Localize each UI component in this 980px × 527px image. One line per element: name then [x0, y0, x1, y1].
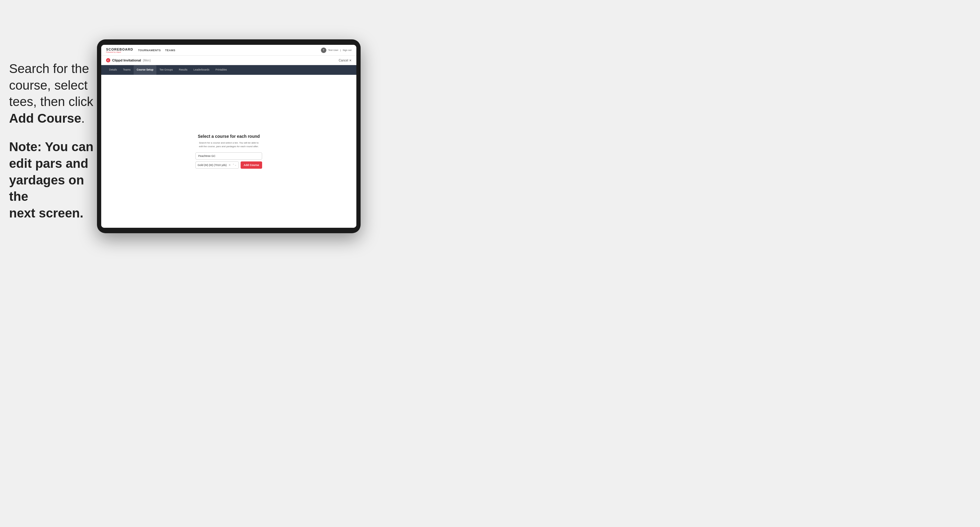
cancel-button[interactable]: Cancel ✕ [339, 59, 352, 62]
main-content: Select a course for each round Search fo… [101, 75, 356, 228]
clippd-icon: C [106, 58, 110, 62]
pipe: | [340, 49, 341, 51]
tee-arrows-icon: ⌃⌄ [232, 163, 237, 166]
logo-area: SCOREBOARD Powered by clippd [106, 48, 133, 53]
add-course-button[interactable]: Add Course [240, 162, 262, 169]
tab-teams[interactable]: Teams [120, 65, 134, 75]
nav-right: T Test User | Sign out [321, 48, 352, 53]
top-nav: SCOREBOARD Powered by clippd TOURNAMENTS… [101, 45, 356, 56]
course-search-input[interactable] [196, 152, 262, 160]
tee-value: Gold (M) (M) (7010 yds) [197, 163, 227, 167]
tournament-title-row: C Clippd Invitational (Men) [106, 58, 151, 62]
nav-teams[interactable]: TEAMS [165, 48, 175, 53]
user-avatar: T [321, 48, 326, 53]
annotation-text: Search for the course, select tees, then… [9, 60, 97, 127]
tournament-gender: (Men) [143, 59, 151, 62]
nav-tournaments[interactable]: TOURNAMENTS [138, 48, 161, 53]
tab-bar: Details Teams Course Setup Tee Groups Re… [101, 65, 356, 75]
tab-printables[interactable]: Printables [212, 65, 230, 75]
tab-tee-groups[interactable]: Tee Groups [156, 65, 176, 75]
user-label: Test User [328, 49, 339, 51]
tournament-header: C Clippd Invitational (Men) Cancel ✕ [101, 56, 356, 65]
tab-details[interactable]: Details [106, 65, 120, 75]
tab-leaderboards[interactable]: Leaderboards [191, 65, 212, 75]
tab-results[interactable]: Results [176, 65, 190, 75]
nav-links: TOURNAMENTS TEAMS [138, 48, 321, 53]
tee-select-row: Gold (M) (M) (7010 yds) ✕ ⌃⌄ Add Course [196, 162, 262, 169]
tournament-name: Clippd Invitational [112, 59, 141, 62]
annotation-area: Search for the course, select tees, then… [9, 60, 97, 221]
annotation-note: Note: You can edit pars and yardages on … [9, 139, 97, 221]
logo-sub: Powered by clippd [106, 51, 133, 53]
select-course-subtitle: Search for a course and select a tee. Yo… [199, 141, 259, 148]
tablet-screen: SCOREBOARD Powered by clippd TOURNAMENTS… [101, 45, 356, 228]
select-course-title: Select a course for each round [198, 134, 260, 139]
tab-course-setup[interactable]: Course Setup [134, 65, 156, 75]
tee-clear-icon[interactable]: ✕ [229, 163, 231, 167]
tee-select-wrapper[interactable]: Gold (M) (M) (7010 yds) ✕ ⌃⌄ [196, 162, 239, 169]
sign-out-link[interactable]: Sign out [343, 49, 352, 51]
tablet-device: SCOREBOARD Powered by clippd TOURNAMENTS… [97, 40, 361, 233]
logo-scoreboard: SCOREBOARD [106, 48, 133, 51]
